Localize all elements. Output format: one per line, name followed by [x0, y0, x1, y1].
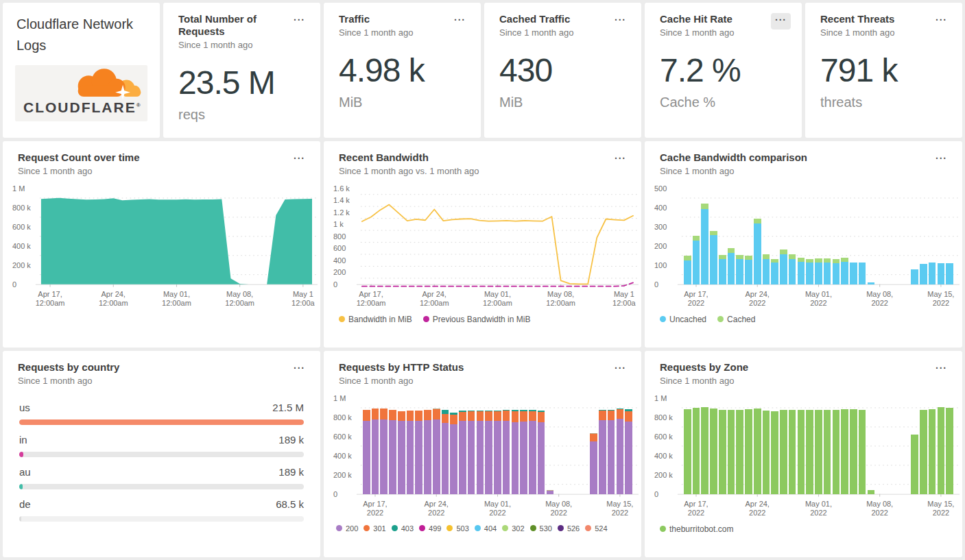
svg-text:1 M: 1 M [333, 394, 346, 402]
svg-text:2022: 2022 [688, 299, 704, 307]
country-row-au: au189 k [3, 457, 320, 489]
legend-label: 301 [373, 524, 385, 533]
chart-svg-http: 0200 k400 k600 k800 k1 MApr 17,2022Apr 2… [324, 390, 641, 522]
legend-item-403: 403 [392, 524, 414, 533]
stat-unit: Cache % [645, 89, 802, 110]
svg-text:400: 400 [654, 204, 667, 212]
legend-dot-icon [339, 316, 345, 322]
svg-text:May 08,: May 08, [866, 500, 893, 508]
header-card: Cloudflare Network Logs CLOUDFLARE® [3, 3, 160, 138]
svg-text:May 15,: May 15, [927, 290, 954, 298]
svg-text:May 01,: May 01, [484, 290, 511, 298]
svg-text:Apr 17,: Apr 17, [684, 290, 708, 298]
stat-value: 4.98 k [324, 38, 481, 89]
svg-text:500: 500 [654, 184, 667, 193]
chart-card-requests-by-zone: Requests by Zone Since 1 month ago ··· 0… [645, 351, 962, 557]
svg-text:12:00a: 12:00a [612, 299, 636, 307]
stat-title: Cache Hit Rate [660, 13, 734, 25]
svg-text:Apr 24,: Apr 24, [425, 500, 449, 508]
svg-text:May 15,: May 15, [927, 500, 954, 508]
country-value: 189 k [278, 466, 304, 478]
card-menu-button[interactable]: ··· [450, 13, 470, 29]
card-menu-button[interactable]: ··· [289, 13, 309, 29]
chart-title: Requests by country [18, 361, 119, 374]
svg-text:0: 0 [333, 490, 337, 498]
legend-item-theburritobot-com: theburritobot.com [660, 524, 733, 534]
card-menu-button[interactable]: ··· [289, 361, 309, 378]
chart-card-request-count: Request Count over time Since 1 month ag… [3, 141, 320, 348]
legend-item-404: 404 [475, 524, 497, 533]
card-menu-button[interactable]: ··· [931, 361, 951, 378]
svg-text:12:00am: 12:00am [99, 299, 128, 307]
svg-text:1 M: 1 M [12, 184, 25, 193]
card-menu-button[interactable]: ··· [289, 151, 309, 168]
svg-text:2022: 2022 [489, 509, 505, 517]
cloudflare-wordmark: CLOUDFLARE® [23, 99, 141, 116]
legend-item-200: 200 [336, 524, 358, 533]
legend-label: 530 [540, 524, 552, 533]
country-bar-track [19, 484, 304, 489]
chart-card-requests-by-http-status: Requests by HTTP Status Since 1 month ag… [324, 351, 641, 557]
chart-svg-bandwidth: 02004006008001 k1.2 k1.4 k1.6 kApr 17,12… [324, 180, 641, 312]
svg-text:12:00a: 12:00a [291, 299, 315, 307]
svg-text:May 01,: May 01, [163, 290, 190, 298]
chart-title: Cache Bandwidth comparison [660, 151, 807, 164]
legend-dot-icon [392, 525, 398, 531]
chart-subtitle: Since 1 month ago vs. 1 month ago [339, 166, 479, 176]
stat-value: 791 k [805, 38, 962, 89]
country-label: us [19, 402, 30, 413]
card-menu-button[interactable]: ··· [931, 13, 951, 29]
stat-subtitle: Since 1 month ago [339, 27, 413, 38]
legend-label: Uncached [669, 315, 706, 324]
stat-subtitle: Since 1 month ago [660, 27, 734, 38]
svg-text:400 k: 400 k [333, 452, 352, 460]
legend-dot-icon [423, 316, 429, 322]
svg-text:800: 800 [333, 232, 346, 241]
card-menu-button[interactable]: ··· [610, 151, 630, 168]
svg-text:May 08,: May 08, [226, 290, 253, 298]
chart-subtitle: Since 1 month ago [18, 166, 140, 176]
legend-item-524: 524 [585, 524, 607, 533]
chart-legend: theburritobot.com [645, 522, 962, 534]
dashboard: Cloudflare Network Logs CLOUDFLARE® T [0, 0, 965, 560]
chart-title: Request Count over time [18, 151, 140, 164]
country-label: in [19, 434, 27, 446]
legend-item-301: 301 [364, 524, 385, 533]
country-bar-fill [19, 452, 23, 457]
svg-text:200: 200 [333, 268, 346, 276]
request-count-chart: 0200 k400 k600 k800 k1 MApr 17,12:00amAp… [3, 180, 320, 312]
legend-dot-icon [585, 525, 591, 531]
country-bar-track [19, 452, 304, 457]
legend-label: Previous Bandwidth in MiB [433, 315, 531, 324]
dashboard-title: Cloudflare Network Logs [3, 3, 160, 56]
chart-subtitle: Since 1 month ago [660, 376, 748, 386]
svg-text:Apr 24,: Apr 24, [102, 290, 126, 298]
stat-value: 430 [484, 38, 641, 89]
card-menu-button[interactable]: ··· [771, 13, 791, 29]
svg-text:2022: 2022 [550, 509, 567, 517]
chart-subtitle: Since 1 month ago [339, 376, 464, 386]
svg-text:Apr 17,: Apr 17, [359, 290, 383, 298]
svg-text:600 k: 600 k [654, 433, 673, 441]
country-bar-list: us21.5 Min189 kau189 kde68.5 k [3, 386, 320, 522]
stat-title: Recent Threats [820, 13, 894, 25]
stat-subtitle: Since 1 month ago [178, 40, 289, 50]
card-menu-button[interactable]: ··· [610, 361, 630, 378]
legend-item-302: 302 [502, 524, 524, 533]
legend-dot-icon [660, 316, 666, 322]
legend-dot-icon [419, 525, 425, 531]
svg-text:12:00am: 12:00am [420, 299, 449, 307]
legend-label: 404 [484, 524, 497, 533]
svg-text:May 1: May 1 [293, 290, 313, 298]
card-menu-button[interactable]: ··· [931, 151, 951, 168]
country-value: 21.5 M [272, 402, 304, 413]
stat-value: 23.5 M [163, 50, 320, 101]
legend-label: Bandwidth in MiB [348, 315, 412, 324]
svg-text:200: 200 [654, 242, 667, 250]
card-menu-button[interactable]: ··· [610, 13, 630, 29]
legend-label: 499 [429, 524, 441, 533]
legend-dot-icon [502, 525, 508, 531]
registered-mark: ® [136, 102, 141, 108]
country-value: 189 k [278, 434, 304, 446]
country-row-in: in189 k [3, 425, 320, 457]
